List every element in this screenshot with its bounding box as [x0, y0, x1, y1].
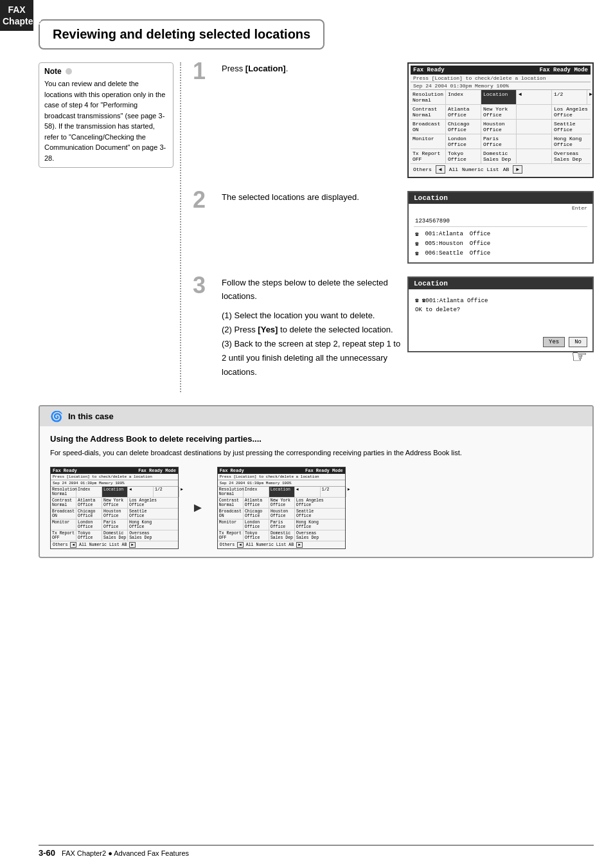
finger-pointer-icon: ☞ [571, 346, 587, 367]
mini2-index: Index [244, 487, 269, 497]
location-enter-label: Enter [409, 204, 592, 212]
fax-screen-1-subtitle2: Sep 24 2004 01:30pm Memory 100% [411, 82, 591, 90]
in-this-case-header-text: In this case [68, 411, 114, 421]
mini-fax-2-sub1: Press [Location] to check/delete a locat… [218, 474, 345, 480]
substep-1: (1) Select the location you want to dele… [222, 309, 401, 323]
mini2-ab: AB [289, 543, 294, 547]
fax-chapter-badge: FAX Chapter2 [0, 0, 33, 31]
fax-screen-1: Fax Ready Fax Ready Mode Press [Location… [407, 62, 594, 178]
mini-hou2: HoustonOffice [102, 509, 128, 519]
mini2-all: All [246, 543, 254, 547]
mini-fax-2-row1: ResolutionNormal Index Location ◄ 1/2 ► [218, 487, 345, 498]
mini2-chicago: ChicagoOffice [244, 509, 269, 519]
step-1-number: 1 [193, 60, 222, 83]
location-entry-3-dept: Office [470, 250, 490, 257]
fax-row-5: Tx ReportOFF TokyoOffice DomesticSales D… [411, 149, 591, 164]
fax-btn-left[interactable]: ◄ [436, 165, 445, 174]
mini2-seattle: SeattleOffice [295, 509, 321, 519]
fax-row-1: ResolutionNormal Index Location ◄ 1/2 ► [411, 90, 591, 105]
mini-arrow-l: ◄ [128, 487, 154, 497]
mini-fax-1-row2: ContrastNormal AtlantaOffice New YorkOff… [51, 498, 178, 509]
fax-cell-broadcast: BroadcastON [411, 120, 446, 134]
finger-area: ☞ [407, 346, 594, 367]
mini-screens-row: Fax Ready Fax Ready Mode Press [Location… [50, 467, 582, 549]
mini-resolution: ResolutionNormal [51, 487, 76, 497]
badge-line1: FAX [8, 5, 25, 15]
fax-numlist-label: Numeric List [462, 167, 499, 172]
location-entry-2: ☎ 005:Houston Office [414, 239, 587, 249]
mini-fax-1-row5: Tx ReportOFF TokyoOffice DomesticSales D… [51, 530, 178, 541]
fax-screen-1-title: Fax Ready [413, 67, 445, 73]
mini-txrpt2: Tx ReportOFF [51, 530, 76, 541]
step-1-text: Press [Location]. [222, 62, 407, 76]
fax-screen-1-subtitle1: Press [Location] to check/delete a locat… [411, 75, 591, 82]
mini2-btn-r[interactable]: ► [296, 542, 303, 548]
badge-line2: Chapter2 [3, 16, 42, 26]
mini-fax-2-row4: Monitor LondonOffice ParisOffice Hong Ko… [218, 520, 345, 530]
fax-row-2: ContrastNormal AtlantaOffice New YorkOff… [411, 105, 591, 120]
mini-fax-2-row2: ContrastNormal AtlantaOffice New YorkOff… [218, 498, 345, 509]
mini-btn-l[interactable]: ◄ [70, 542, 76, 548]
fax-cell-monitor: Monitor [411, 134, 446, 149]
mini2-tokyo: TokyoOffice [244, 530, 269, 541]
step-1-screenshot: Fax Ready Fax Ready Mode Press [Location… [407, 62, 594, 178]
fax-cell-arrow-r1: ► [587, 90, 613, 104]
mini2-paris: ParisOffice [269, 520, 295, 530]
mini-others: Others [53, 543, 67, 547]
location-screen-2-title: Location [409, 278, 592, 289]
fax-cell-atlanta: AtlantaOffice [446, 105, 481, 119]
mini2-broadcast: BroadcastON [218, 509, 244, 519]
mini-fax-2-sub2: Sep 24 2004 01:30pm Memory 100% [218, 480, 345, 487]
mini2-london: LondonOffice [244, 520, 269, 530]
location-delete-name: ☎001:Atlanta Office [422, 298, 488, 304]
fax-cell-paris: ParisOffice [481, 134, 517, 149]
fax-cell-tokyo: TokyoOffice [446, 149, 481, 163]
mini-fax-1-sub2: Sep 24 2004 01:30pm Memory 100% [51, 480, 178, 487]
fax-cell-chicago: ChicagoOffice [446, 120, 481, 134]
mini-btn-r[interactable]: ► [129, 542, 136, 548]
mini-overseas2: OverseasSales Dep [128, 530, 154, 541]
fax-row-3: BroadcastON ChicagoOffice HoustonOffice … [411, 120, 591, 134]
mini2-arrow-r: ► [346, 487, 372, 497]
fax-screen-1-mode: Fax Ready Mode [539, 67, 588, 73]
page-number: 3-60 [39, 848, 55, 858]
mini2-btn-l[interactable]: ◄ [237, 542, 244, 548]
location-delete-entry: ☎ ☎001:Atlanta Office [414, 296, 587, 305]
note-box: Note You can review and delete the locat… [39, 62, 173, 168]
mini-newyork2: New YorkOffice [102, 498, 128, 508]
mini-paris2: ParisOffice [102, 520, 128, 530]
yes-button[interactable]: Yes [543, 337, 565, 347]
spiral-icon: 🌀 [50, 410, 63, 422]
note-body: You can review and delete the locations … [44, 78, 168, 163]
mini-index: Index [76, 487, 102, 497]
mini-la2: Los AngelesOffice [128, 498, 158, 508]
location-entry-1-dept: Office [470, 231, 490, 238]
location-entry-1-code: 001:Atlanta [425, 231, 463, 238]
fax-cell-empty1 [517, 105, 552, 119]
fax-ab-label: AB [503, 167, 510, 172]
fax-cell-txreport: Tx ReportOFF [411, 149, 446, 163]
step-1-row: 1 Press [Location]. Fax Ready Fax Ready … [180, 62, 594, 178]
fax-cell-resolution: ResolutionNormal [411, 90, 446, 104]
mini2-numlist: Numeric List [256, 543, 287, 547]
fax-cell-index: Index [446, 90, 481, 104]
mini2-newyork: New YorkOffice [269, 498, 295, 508]
fax-cell-location: Location [481, 90, 517, 104]
location-entry-3: ☎ 006:Seattle Office [414, 249, 587, 258]
mini-ab: AB [122, 543, 127, 547]
fax-cell-empty3 [517, 134, 552, 149]
substep-3: (3) Back to the screen at step 2, repeat… [222, 337, 401, 379]
fax-cell-seattle: SeattleOffice [552, 120, 587, 134]
mini2-overseas: OverseasSales Dep [295, 530, 321, 541]
in-this-case-section: 🌀 In this case Using the Address Book to… [39, 405, 594, 558]
fax-btn-right[interactable]: ► [513, 165, 522, 174]
fax-cell-page: 1/2 [552, 90, 587, 104]
in-this-case-header: 🌀 In this case [40, 406, 592, 426]
step-3-row: 3 Follow the steps below to delete the s… [180, 276, 594, 379]
mini-monitor2: Monitor [51, 520, 76, 530]
fax-cell-empty4 [517, 149, 552, 163]
mini-page: 1/2 [154, 487, 179, 497]
mini-arrow-r: ► [179, 487, 205, 497]
step-3-number: 3 [193, 274, 222, 297]
mini-broadcast2: BroadcastON [51, 509, 76, 519]
